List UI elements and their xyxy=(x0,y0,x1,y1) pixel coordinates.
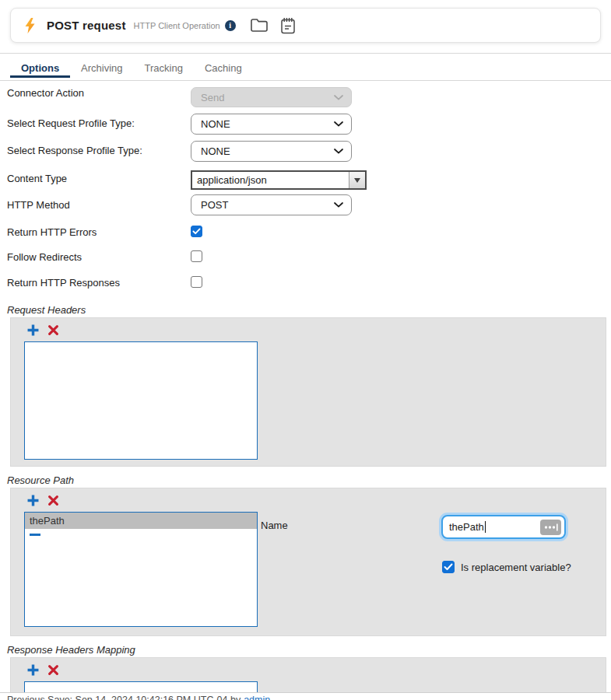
content-type-combobox[interactable]: application/json xyxy=(191,170,367,190)
component-title: POST request xyxy=(47,19,126,32)
previous-save-text: Previous Save: Sep 14, 2024 10:42:16 PM … xyxy=(7,695,241,700)
content-type-dropdown-button[interactable] xyxy=(349,172,365,188)
plus-icon[interactable] xyxy=(27,324,39,336)
editor-scroll-area[interactable]: POST request HTTP Client Operation i xyxy=(0,0,611,692)
tab-divider xyxy=(0,80,611,81)
http-method-value: POST xyxy=(201,199,228,211)
folder-icon[interactable] xyxy=(250,18,269,33)
previous-save-info: Previous Save: Sep 14, 2024 10:42:16 PM … xyxy=(0,693,611,700)
request-headers-toolbar xyxy=(27,324,58,336)
return-http-responses-label: Return HTTP Responses xyxy=(7,277,120,289)
name-input[interactable]: thePath xyxy=(441,515,566,539)
response-profile-value: NONE xyxy=(201,145,230,157)
content-type-value[interactable]: application/json xyxy=(192,172,349,188)
info-icon[interactable]: i xyxy=(225,20,236,31)
is-replacement-variable-label: Is replacement variable? xyxy=(461,562,571,573)
response-profile-label: Select Response Profile Type: xyxy=(7,145,142,156)
tab-options[interactable]: Options xyxy=(10,58,70,78)
resource-path-toolbar xyxy=(27,495,58,506)
request-headers-title: Request Headers xyxy=(7,304,86,316)
component-type-label: HTTP Client Operation xyxy=(134,21,220,30)
triangle-down-icon xyxy=(354,178,360,183)
header-divider xyxy=(0,53,611,54)
follow-redirects-label: Follow Redirects xyxy=(7,251,82,263)
text-caret xyxy=(485,521,486,533)
response-headers-mapping-listbox[interactable] xyxy=(24,681,258,692)
request-profile-value: NONE xyxy=(201,118,230,130)
response-headers-mapping-panel xyxy=(10,657,606,692)
operation-editor: POST request HTTP Client Operation i xyxy=(0,0,611,700)
request-headers-panel xyxy=(10,317,606,467)
name-label: Name xyxy=(261,520,288,531)
request-profile-label: Select Request Profile Type: xyxy=(7,117,135,129)
list-item[interactable]: thePath xyxy=(25,513,257,529)
follow-redirects-checkbox[interactable] xyxy=(191,250,202,262)
connector-action-value: Send xyxy=(201,92,224,103)
request-profile-select[interactable]: NONE xyxy=(191,114,352,135)
plus-icon[interactable] xyxy=(27,664,39,676)
resource-path-listbox[interactable]: thePath xyxy=(24,512,258,627)
check-icon xyxy=(192,228,201,235)
return-http-responses-checkbox[interactable] xyxy=(191,276,202,288)
ellipsis-icon[interactable] xyxy=(540,520,561,535)
response-profile-select[interactable]: NONE xyxy=(191,141,352,162)
response-headers-mapping-toolbar xyxy=(27,664,58,676)
editor-footer: Previous Save: Sep 14, 2024 10:42:16 PM … xyxy=(0,692,611,700)
tab-caching[interactable]: Caching xyxy=(194,58,253,78)
connector-action-select: Send xyxy=(191,87,352,107)
check-icon xyxy=(444,563,453,571)
chevron-down-icon xyxy=(334,95,343,100)
x-icon[interactable] xyxy=(48,665,58,675)
response-headers-mapping-title: Response Headers Mapping xyxy=(7,644,135,656)
content-type-label: Content Type xyxy=(7,173,67,184)
component-header: POST request HTTP Client Operation i xyxy=(10,8,601,43)
chevron-down-icon xyxy=(334,121,343,127)
chevron-down-icon xyxy=(334,202,343,208)
tab-bar: Options Archiving Tracking Caching xyxy=(10,58,253,78)
edit-indicator xyxy=(30,534,40,536)
name-input-value: thePath xyxy=(449,521,484,533)
x-icon[interactable] xyxy=(48,495,58,506)
x-icon[interactable] xyxy=(48,325,58,335)
return-http-errors-label: Return HTTP Errors xyxy=(7,226,97,238)
plus-icon[interactable] xyxy=(27,495,39,506)
tab-tracking[interactable]: Tracking xyxy=(134,58,194,78)
return-http-errors-checkbox[interactable] xyxy=(191,226,202,237)
previous-save-user-link[interactable]: admin xyxy=(244,695,270,700)
is-replacement-variable-checkbox[interactable] xyxy=(442,561,455,573)
connector-action-label: Connector Action xyxy=(7,87,84,99)
http-method-label: HTTP Method xyxy=(7,199,70,211)
http-method-select[interactable]: POST xyxy=(191,194,352,215)
lightning-icon xyxy=(23,18,37,33)
request-headers-listbox[interactable] xyxy=(24,341,258,460)
resource-path-title: Resource Path xyxy=(7,474,74,486)
tab-archiving[interactable]: Archiving xyxy=(70,58,133,78)
chevron-down-icon xyxy=(334,149,343,154)
notes-icon[interactable] xyxy=(280,17,296,34)
